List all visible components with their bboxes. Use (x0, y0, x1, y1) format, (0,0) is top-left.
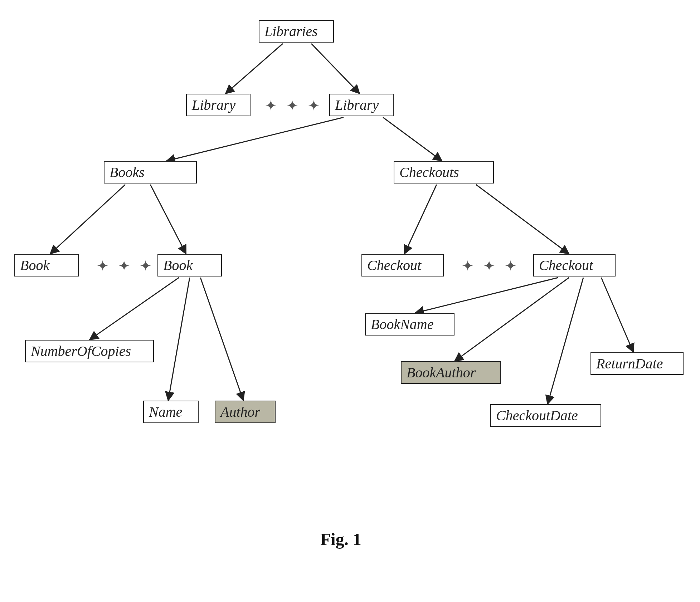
node-checkouts: Checkouts (394, 161, 494, 183)
node-library-2: Library (329, 94, 394, 116)
node-checkout-1: Checkout (361, 254, 444, 276)
svg-line-12 (454, 278, 569, 361)
svg-line-2 (166, 117, 344, 161)
node-book-1: Book (14, 254, 79, 276)
node-author: Author (215, 401, 276, 423)
svg-line-11 (415, 278, 558, 313)
figure-caption: Fig. 1 (320, 529, 361, 549)
svg-line-1 (311, 44, 360, 94)
svg-line-7 (476, 185, 569, 254)
node-book-name: BookName (365, 313, 454, 336)
node-book-author: BookAuthor (401, 361, 501, 384)
svg-line-9 (168, 278, 190, 401)
ellipsis-libraries: ✦ ✦ ✦ (265, 97, 323, 114)
node-libraries: Libraries (259, 20, 334, 43)
ellipsis-books: ✦ ✦ ✦ (97, 258, 155, 274)
node-number-of-copies: NumberOfCopies (25, 340, 154, 362)
svg-line-0 (225, 44, 283, 94)
diagram-canvas: Libraries Library ✦ ✦ ✦ Library Books Ch… (0, 0, 700, 602)
svg-line-10 (200, 278, 243, 401)
svg-line-4 (50, 185, 125, 254)
edges-layer (0, 0, 700, 602)
svg-line-5 (150, 185, 186, 254)
node-checkout-2: Checkout (533, 254, 616, 276)
svg-line-14 (601, 278, 633, 352)
svg-line-13 (548, 278, 583, 404)
node-library-1: Library (186, 94, 251, 116)
node-book-2: Book (157, 254, 222, 276)
node-name: Name (143, 401, 199, 423)
svg-line-3 (383, 117, 442, 161)
node-checkout-date: CheckoutDate (490, 404, 601, 427)
svg-line-8 (89, 278, 179, 340)
node-return-date: ReturnDate (590, 352, 684, 375)
svg-line-6 (404, 185, 437, 254)
node-books: Books (104, 161, 197, 183)
ellipsis-checkouts: ✦ ✦ ✦ (462, 258, 520, 274)
